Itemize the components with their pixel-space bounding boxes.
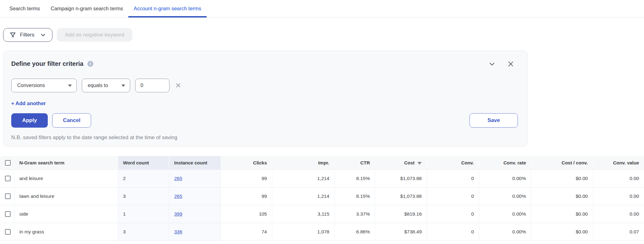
conv-value-cell: 0.00: [593, 188, 644, 205]
metric-select-value: Conversions: [17, 83, 45, 88]
instance-count-cell: 265: [169, 188, 221, 205]
apply-button[interactable]: Apply: [11, 113, 48, 128]
conv-value-cell: 0.00: [593, 205, 644, 223]
ctr-cell: 3.37%: [335, 205, 375, 223]
word-count-cell: 2: [118, 170, 169, 188]
clicks-cell: 99: [221, 188, 272, 205]
collapse-chevron-icon[interactable]: [489, 61, 495, 67]
col-header-word-count[interactable]: Word count: [118, 156, 169, 170]
conv-cell: 0: [427, 205, 479, 223]
tab-campaign-ngram-search-terms[interactable]: Campaign n-gram search terms: [45, 0, 128, 17]
filters-button-label: Filters: [20, 32, 34, 38]
impr-cell: 1,078: [272, 223, 335, 241]
cost-cell: $1,073.88: [375, 188, 427, 205]
cost-per-conv-cell: $0.00: [531, 170, 593, 188]
clicks-cell: 99: [221, 170, 272, 188]
col-header-ctr[interactable]: CTR: [335, 156, 375, 170]
instance-count-link[interactable]: 265: [174, 193, 182, 199]
operator-select[interactable]: equals to: [82, 79, 130, 92]
conv-cell: 0: [427, 223, 479, 241]
sort-descending-icon: [417, 162, 422, 165]
row-checkbox[interactable]: [5, 176, 11, 181]
table-row: in my grass 3 336 74 1,078 6.86% $738.49…: [0, 223, 644, 241]
ctr-cell: 8.15%: [335, 170, 375, 188]
conv-rate-cell: 0.00%: [479, 170, 531, 188]
col-header-cost-per-conv[interactable]: Cost / conv.: [531, 156, 593, 170]
ngram-term-cell: and leisure: [14, 170, 118, 188]
col-header-cost[interactable]: Cost: [375, 156, 427, 170]
row-checkbox[interactable]: [5, 229, 11, 235]
col-header-impr[interactable]: Impr.: [272, 156, 335, 170]
row-checkbox[interactable]: [5, 211, 11, 217]
filter-value-input[interactable]: [135, 79, 170, 92]
conv-value-cell: 0.00: [593, 170, 644, 188]
instance-count-cell: 265: [169, 170, 221, 188]
filter-criteria-panel: Define your filter criteria i Conversion…: [3, 51, 528, 147]
table-body: and leisure 2 265 99 1,214 8.15% $1,073.…: [0, 170, 644, 241]
conv-rate-cell: 0.00%: [479, 205, 531, 223]
add-negative-keyword-button[interactable]: Add as negative keyword: [57, 28, 132, 42]
instance-count-cell: 399: [169, 205, 221, 223]
impr-cell: 3,115: [272, 205, 335, 223]
ngram-term-cell: side: [14, 205, 118, 223]
col-header-conv[interactable]: Conv.: [427, 156, 479, 170]
select-all-checkbox[interactable]: [5, 160, 11, 166]
cost-cell: $1,073.88: [375, 170, 427, 188]
filter-funnel-icon: [10, 32, 16, 38]
toolbar: Filters Add as negative keyword: [3, 28, 644, 42]
ctr-cell: 8.15%: [335, 188, 375, 205]
dropdown-caret-icon: [121, 85, 125, 87]
instance-count-link[interactable]: 336: [174, 229, 182, 234]
metric-select[interactable]: Conversions: [11, 79, 77, 92]
table-row: side 1 399 105 3,115 3.37% $819.16 0 0.0…: [0, 205, 644, 223]
word-count-cell: 3: [118, 188, 169, 205]
report-tabs: Search terms Campaign n-gram search term…: [0, 0, 644, 17]
instance-count-link[interactable]: 265: [174, 176, 182, 181]
conv-rate-cell: 0.00%: [479, 223, 531, 241]
conv-value-cell: 0.07: [593, 223, 644, 241]
tab-account-ngram-search-terms[interactable]: Account n-gram search terms: [128, 0, 206, 17]
operator-select-value: equals to: [88, 83, 108, 88]
table-header-row: N-Gram search term Word count Instance c…: [0, 156, 644, 170]
info-icon[interactable]: i: [87, 61, 93, 67]
ngram-term-cell: in my grass: [14, 223, 118, 241]
impr-cell: 1,214: [272, 188, 335, 205]
save-button[interactable]: Save: [469, 113, 518, 128]
cost-per-conv-cell: $0.00: [531, 223, 593, 241]
filter-panel-title: Define your filter criteria: [11, 60, 83, 67]
table-row: and leisure 2 265 99 1,214 8.15% $1,073.…: [0, 170, 644, 188]
chevron-down-icon: [40, 32, 46, 38]
col-header-conv-value[interactable]: Conv. value: [593, 156, 644, 170]
close-icon[interactable]: [507, 61, 514, 67]
col-header-clicks[interactable]: Clicks: [221, 156, 272, 170]
cost-per-conv-cell: $0.00: [531, 188, 593, 205]
saved-filter-note: N.B. saved filters apply to the date ran…: [11, 134, 518, 141]
cost-per-conv-cell: $0.00: [531, 205, 593, 223]
clicks-cell: 105: [221, 205, 272, 223]
conv-cell: 0: [427, 170, 479, 188]
col-header-ngram-term[interactable]: N-Gram search term: [14, 156, 118, 170]
impr-cell: 1,214: [272, 170, 335, 188]
add-another-link[interactable]: + Add another: [11, 100, 46, 106]
instance-count-cell: 336: [169, 223, 221, 241]
ngram-table: N-Gram search term Word count Instance c…: [0, 156, 644, 241]
filters-button[interactable]: Filters: [3, 28, 52, 42]
cancel-button[interactable]: Cancel: [52, 113, 91, 128]
conv-cell: 0: [427, 188, 479, 205]
row-checkbox[interactable]: [5, 193, 11, 199]
filter-actions: Apply Cancel Save: [11, 113, 518, 128]
table-row: lawn and leisure 3 265 99 1,214 8.15% $1…: [0, 188, 644, 205]
clicks-cell: 74: [221, 223, 272, 241]
instance-count-link[interactable]: 399: [174, 211, 182, 217]
cost-cell: $738.49: [375, 223, 427, 241]
tab-search-terms[interactable]: Search terms: [4, 0, 45, 17]
cost-cell: $819.16: [375, 205, 427, 223]
ngram-term-cell: lawn and leisure: [14, 188, 118, 205]
col-header-instance-count[interactable]: Instance count: [169, 156, 221, 170]
col-header-conv-rate[interactable]: Conv. rate: [479, 156, 531, 170]
filter-condition-row: Conversions equals to ✕: [11, 79, 518, 92]
remove-condition-icon[interactable]: ✕: [175, 82, 181, 89]
word-count-cell: 3: [118, 223, 169, 241]
conv-rate-cell: 0.00%: [479, 188, 531, 205]
word-count-cell: 1: [118, 205, 169, 223]
